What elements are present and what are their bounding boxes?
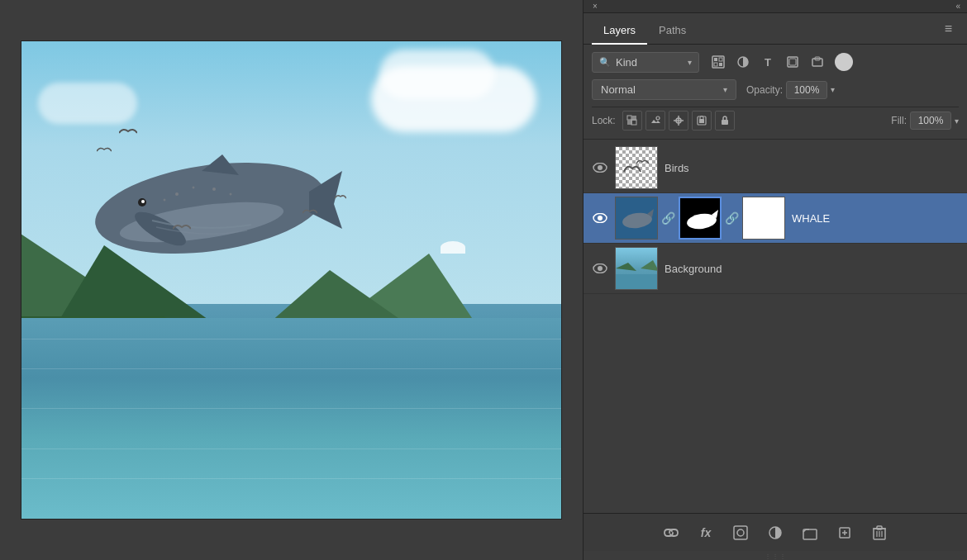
- fill-value[interactable]: 100%: [910, 112, 951, 130]
- fx-button[interactable]: fx: [693, 520, 718, 545]
- layer-item-background[interactable]: Background: [584, 244, 967, 294]
- kind-select[interactable]: 🔍 Kind ▾: [592, 52, 699, 73]
- whale-mask-thumb: [679, 197, 722, 240]
- filter-icons: T: [707, 51, 853, 73]
- svg-point-10: [230, 193, 232, 196]
- lock-transparency-icon[interactable]: [622, 111, 642, 131]
- whale-element: [86, 146, 350, 262]
- svg-rect-35: [616, 147, 658, 189]
- lock-artboard-icon[interactable]: [692, 111, 712, 131]
- close-button[interactable]: ×: [590, 2, 600, 12]
- filter-type-icon[interactable]: T: [757, 51, 779, 73]
- snow-cap: [441, 241, 465, 254]
- bottom-toolbar: fx: [584, 513, 967, 551]
- search-icon: 🔍: [599, 57, 611, 68]
- whale-white-thumb: [742, 197, 785, 240]
- layer-name-whale: WHALE: [792, 212, 959, 225]
- svg-point-8: [193, 187, 195, 189]
- new-group-button[interactable]: [798, 520, 822, 545]
- resize-grip[interactable]: ⋮⋮⋮: [584, 553, 967, 560]
- fill-label: Fill:: [891, 115, 907, 126]
- opacity-arrow[interactable]: ▾: [831, 85, 835, 94]
- blend-mode-arrow: ▾: [723, 85, 727, 94]
- lock-row: Lock:: [592, 107, 959, 134]
- panel-header-bar: × «: [584, 0, 967, 13]
- canvas-area: [0, 0, 583, 560]
- water: [21, 318, 561, 519]
- lock-label: Lock:: [592, 115, 616, 126]
- svg-rect-20: [812, 59, 822, 66]
- lock-image-icon[interactable]: [645, 111, 665, 131]
- svg-rect-19: [789, 59, 796, 65]
- svg-point-26: [656, 116, 660, 120]
- bird-1: [119, 127, 137, 135]
- visibility-icon-background[interactable]: [592, 260, 608, 277]
- bird-5: [335, 194, 346, 199]
- svg-rect-16: [719, 63, 722, 66]
- add-mask-button[interactable]: [728, 520, 753, 545]
- layer-name-background: Background: [665, 263, 959, 275]
- lock-all-icon[interactable]: [715, 111, 735, 131]
- svg-rect-31: [699, 119, 704, 123]
- chain-icon-2: 🔗: [725, 211, 739, 225]
- new-layer-button[interactable]: [832, 520, 857, 545]
- cloud-2: [379, 50, 495, 99]
- svg-point-7: [175, 192, 179, 196]
- collapse-button[interactable]: «: [955, 2, 960, 11]
- kind-dropdown-arrow: ▾: [688, 58, 692, 67]
- lock-icons-group: [622, 111, 735, 131]
- lock-position-icon[interactable]: [669, 111, 688, 131]
- bird-4: [302, 208, 317, 215]
- svg-rect-50: [734, 526, 747, 539]
- blend-mode-select[interactable]: Normal ▾: [592, 79, 736, 100]
- kind-row: 🔍 Kind ▾ T: [592, 51, 959, 73]
- filter-smart-icon[interactable]: [807, 51, 828, 73]
- filter-adjustment-icon[interactable]: [732, 51, 754, 73]
- bird-2: [97, 146, 112, 153]
- cloud-3: [38, 83, 137, 124]
- panel-menu-button[interactable]: ≡: [938, 18, 959, 40]
- opacity-label: Opacity:: [746, 84, 783, 96]
- svg-rect-53: [803, 529, 817, 539]
- visibility-icon-birds[interactable]: [592, 159, 608, 176]
- filter-shape-icon[interactable]: [782, 51, 803, 73]
- layer-item-birds[interactable]: Birds: [584, 143, 967, 193]
- layer-thumb-birds: [615, 146, 658, 189]
- blend-row: Normal ▾ Opacity: 100% ▾: [592, 79, 959, 100]
- svg-rect-14: [719, 58, 722, 61]
- tab-layers[interactable]: Layers: [592, 19, 647, 45]
- water-line: [21, 368, 561, 369]
- kind-label: Kind: [616, 56, 637, 69]
- chain-icon-1: 🔗: [661, 211, 675, 225]
- visibility-icon-whale[interactable]: [592, 210, 608, 226]
- opacity-value[interactable]: 100%: [786, 81, 827, 99]
- svg-point-45: [598, 266, 603, 271]
- svg-point-51: [737, 529, 744, 536]
- layers-list: Birds 🔗: [584, 140, 967, 513]
- svg-rect-22: [627, 116, 631, 120]
- water-line: [21, 478, 561, 479]
- filter-pixel-icon[interactable]: [707, 51, 729, 73]
- layer-thumb-background: [615, 247, 658, 290]
- water-line: [21, 448, 561, 449]
- layers-panel: × « Layers Paths ≡ 🔍 Kind ▾: [583, 0, 967, 560]
- svg-point-11: [164, 199, 166, 202]
- svg-rect-15: [714, 63, 717, 66]
- tab-paths[interactable]: Paths: [647, 19, 698, 45]
- color-dot: [835, 53, 853, 71]
- water-line: [21, 408, 561, 409]
- link-layers-button[interactable]: [659, 520, 684, 545]
- delete-layer-button[interactable]: [867, 520, 892, 545]
- svg-rect-32: [722, 120, 728, 125]
- layer-item-whale[interactable]: 🔗 🔗 WHALE: [584, 193, 967, 244]
- svg-rect-13: [714, 58, 717, 61]
- fill-arrow[interactable]: ▾: [955, 116, 959, 126]
- controls-area: 🔍 Kind ▾ T: [584, 45, 967, 140]
- adjustment-layer-button[interactable]: [763, 520, 788, 545]
- svg-point-6: [141, 200, 145, 203]
- water-line: [21, 339, 561, 339]
- canvas-image[interactable]: [21, 40, 562, 520]
- opacity-group: Opacity: 100% ▾: [746, 81, 835, 99]
- layer-name-birds: Birds: [665, 162, 959, 174]
- blend-mode-label: Normal: [601, 83, 636, 96]
